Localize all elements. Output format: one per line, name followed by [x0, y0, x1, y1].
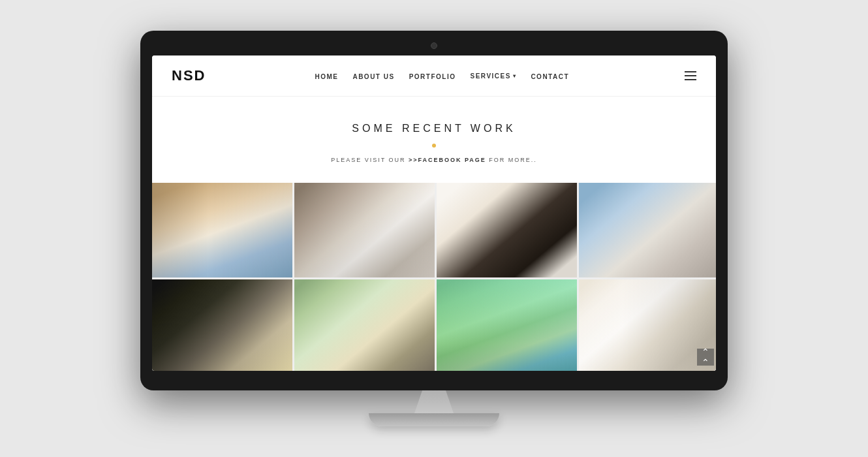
chevron-up-icon: ⌃⌃ [702, 347, 709, 368]
gallery-cell-2[interactable] [294, 183, 435, 277]
monitor-wrapper: NSD HOME ABOUT US PORTFOLIO SERVICES [140, 31, 728, 426]
gallery-cell-6[interactable] [294, 279, 435, 371]
monitor-screen: NSD HOME ABOUT US PORTFOLIO SERVICES [152, 55, 716, 371]
gallery-cell-5[interactable] [152, 279, 292, 371]
monitor-bezel: NSD HOME ABOUT US PORTFOLIO SERVICES [140, 31, 728, 390]
chevron-down-icon: ▾ [513, 73, 517, 79]
nav-link-contact[interactable]: CONTACT [531, 73, 569, 80]
section-title: SOME RECENT WORK [172, 123, 696, 134]
gallery-cell-8[interactable]: ⌃⌃ [579, 279, 716, 371]
subtitle-prefix: PLEASE VISIT OUR [331, 157, 409, 163]
navbar: NSD HOME ABOUT US PORTFOLIO SERVICES [152, 55, 716, 97]
main-content: SOME RECENT WORK PLEASE VISIT OUR >>FACE… [152, 97, 716, 371]
hamburger-line-2 [685, 75, 696, 76]
monitor-stand [140, 390, 728, 426]
nav-item-portfolio[interactable]: PORTFOLIO [409, 70, 456, 82]
site-logo[interactable]: NSD [172, 67, 206, 84]
nav-link-about[interactable]: ABOUT US [352, 73, 394, 80]
gallery-cell-4[interactable] [579, 183, 716, 277]
hamburger-line-1 [685, 71, 696, 72]
nav-link-services[interactable]: SERVICES ▾ [471, 72, 517, 80]
camera-dot [431, 42, 437, 49]
nav-links: HOME ABOUT US PORTFOLIO SERVICES ▾ [315, 70, 569, 82]
back-to-top-button[interactable]: ⌃⌃ [697, 349, 714, 366]
subtitle-text: PLEASE VISIT OUR >>FACEBOOK PAGE FOR MOR… [172, 157, 696, 163]
subtitle-suffix: FOR MORE.. [486, 157, 537, 163]
nav-item-services[interactable]: SERVICES ▾ [471, 72, 517, 80]
gallery-cell-7[interactable] [437, 279, 577, 371]
image-gallery: ⌃⌃ [152, 183, 716, 371]
hamburger-menu[interactable] [685, 71, 696, 80]
facebook-link[interactable]: >>FACEBOOK PAGE [409, 157, 486, 163]
nav-link-home[interactable]: HOME [315, 73, 338, 80]
nav-item-about[interactable]: ABOUT US [352, 70, 394, 82]
stand-base [369, 413, 499, 426]
stand-neck [414, 390, 454, 413]
nav-item-home[interactable]: HOME [315, 70, 338, 82]
nav-link-portfolio[interactable]: PORTFOLIO [409, 73, 456, 80]
hamburger-line-3 [685, 79, 696, 80]
gallery-cell-3[interactable] [437, 183, 577, 277]
accent-dot [432, 144, 436, 148]
nav-item-contact[interactable]: CONTACT [531, 70, 569, 82]
gallery-cell-1[interactable] [152, 183, 292, 277]
